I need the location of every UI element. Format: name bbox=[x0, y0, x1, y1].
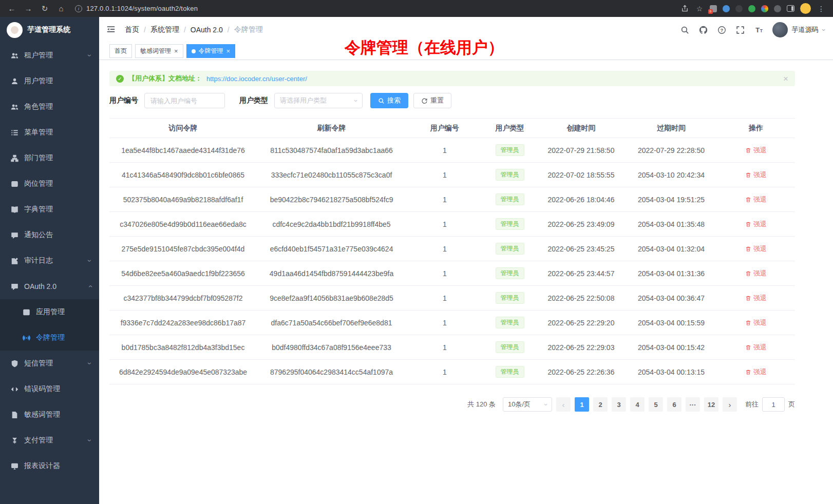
refresh-token-cell: be90422b8c7946218275a508bf524fc9 bbox=[257, 187, 406, 212]
fullscreen-icon[interactable] bbox=[735, 25, 745, 35]
reset-button[interactable]: 重置 bbox=[413, 93, 451, 108]
page-button-5[interactable]: 5 bbox=[649, 397, 663, 412]
column-header: 刷新令牌 bbox=[257, 119, 406, 138]
page-button-6[interactable]: 6 bbox=[667, 397, 681, 412]
expire-time-cell: 2054-03-10 20:42:34 bbox=[626, 163, 717, 187]
page-button-3[interactable]: 3 bbox=[612, 397, 626, 412]
user-id-cell: 1 bbox=[406, 237, 483, 261]
force-logout-button[interactable]: 强退 bbox=[745, 244, 767, 254]
user-id-cell: 1 bbox=[406, 261, 483, 286]
sidebar-item-notice[interactable]: 通知公告 bbox=[0, 222, 99, 248]
sidebar-item-dept[interactable]: 部门管理 bbox=[0, 145, 99, 171]
shield-icon bbox=[10, 359, 18, 367]
page-button-2[interactable]: 2 bbox=[593, 397, 608, 412]
sidebar-item-oauth2-app[interactable]: 应用管理 bbox=[0, 299, 99, 325]
access-token-cell: c342377bf8b344799dcbf7bf095287f2 bbox=[109, 286, 257, 311]
expire-time-cell: 2022-07-29 22:28:50 bbox=[626, 138, 717, 163]
page-button-4[interactable]: 4 bbox=[630, 397, 645, 412]
column-header: 访问令牌 bbox=[109, 119, 257, 138]
goto-page-input[interactable] bbox=[762, 397, 785, 412]
github-icon[interactable] bbox=[698, 25, 708, 35]
extension-icon-dark[interactable] bbox=[735, 5, 743, 12]
user-type-badge: 管理员 bbox=[496, 169, 524, 181]
breadcrumb-item[interactable]: OAuth 2.0 bbox=[191, 26, 223, 34]
search-icon[interactable] bbox=[680, 25, 690, 35]
sidebar-item-user[interactable]: 用户管理 bbox=[0, 68, 99, 94]
table-row: 502375b8040a469a9b82188afdf6af1fbe90422b… bbox=[109, 187, 795, 212]
close-icon[interactable]: × bbox=[783, 74, 788, 83]
sidebar-item-sensitive-word[interactable]: 敏感词管理 bbox=[0, 402, 99, 428]
help-icon[interactable]: ? bbox=[717, 25, 727, 35]
extension-icon-green[interactable] bbox=[748, 5, 755, 12]
force-logout-button[interactable]: 强退 bbox=[745, 318, 767, 327]
user-id-input[interactable] bbox=[144, 93, 225, 108]
breadcrumb-item[interactable]: 首页 bbox=[125, 25, 139, 34]
chevron-down-icon: › bbox=[87, 260, 94, 262]
prev-page-button[interactable]: ‹ bbox=[556, 397, 571, 412]
next-page-button[interactable]: › bbox=[723, 397, 737, 412]
url-text: 127.0.0.1:1024/system/oauth2/token bbox=[86, 5, 198, 12]
expire-time-cell: 2054-03-04 01:32:04 bbox=[626, 237, 717, 261]
info-icon[interactable]: i bbox=[75, 5, 82, 12]
doc-link[interactable]: https://doc.iocoder.cn/user-center/ bbox=[206, 75, 307, 83]
force-logout-button[interactable]: 强退 bbox=[745, 343, 767, 352]
profile-avatar[interactable] bbox=[800, 3, 811, 14]
sidebar-item-post[interactable]: 岗位管理 bbox=[0, 171, 99, 197]
back-icon[interactable]: ← bbox=[5, 2, 18, 15]
sidebar-item-dict[interactable]: 字典管理 bbox=[0, 197, 99, 222]
user-id-cell: 1 bbox=[406, 311, 483, 335]
force-logout-button[interactable]: 强退 bbox=[745, 269, 767, 278]
page-button-1[interactable]: 1 bbox=[575, 397, 589, 412]
reload-icon[interactable]: ↻ bbox=[38, 2, 51, 15]
sidebar-item-sms[interactable]: 短信管理› bbox=[0, 351, 99, 376]
tab-sensitive-word[interactable]: 敏感词管理× bbox=[135, 44, 183, 58]
sidebar-item-report[interactable]: 报表设计器 bbox=[0, 453, 99, 479]
column-header: 操作 bbox=[717, 119, 795, 138]
app-title: 芋道管理系统 bbox=[27, 25, 70, 34]
extension-icon-colorful[interactable] bbox=[761, 5, 768, 12]
browser-menu-icon[interactable]: ⋮ bbox=[817, 4, 826, 13]
sidebar-item-role[interactable]: 角色管理 bbox=[0, 94, 99, 120]
collapse-sidebar-icon[interactable] bbox=[106, 25, 117, 35]
user-type-select[interactable]: 请选择用户类型 › bbox=[274, 93, 363, 108]
force-logout-button[interactable]: 强退 bbox=[745, 170, 767, 180]
tab-home[interactable]: 首页 bbox=[109, 44, 132, 58]
tab-token[interactable]: 令牌管理× bbox=[186, 44, 236, 58]
forward-icon[interactable]: → bbox=[22, 2, 35, 15]
extension-icon-blue[interactable] bbox=[723, 5, 730, 12]
sidebar-item-oauth2[interactable]: OAuth 2.0› bbox=[0, 274, 99, 299]
extension-icon-gray[interactable] bbox=[774, 5, 781, 12]
force-logout-button[interactable]: 强退 bbox=[745, 294, 767, 303]
home-icon[interactable]: ⌂ bbox=[54, 2, 68, 15]
star-icon[interactable]: ☆ bbox=[695, 4, 704, 13]
expire-time-cell: 2054-03-04 00:15:42 bbox=[626, 335, 717, 360]
url-bar[interactable]: i 127.0.0.1:1024/system/oauth2/token bbox=[71, 5, 677, 12]
table-row: c347026e805e4d99b0d116eae66eda8ccdfc4ce9… bbox=[109, 212, 795, 237]
chevron-down-icon: › bbox=[87, 362, 94, 365]
create-time-cell: 2022-06-25 22:29:03 bbox=[537, 335, 626, 360]
breadcrumb-item[interactable]: 系统管理 bbox=[150, 25, 179, 34]
font-size-icon[interactable]: TT bbox=[754, 25, 764, 35]
expire-time-cell: 2054-03-04 00:13:15 bbox=[626, 360, 717, 384]
share-icon[interactable] bbox=[680, 4, 689, 13]
force-logout-button[interactable]: 强退 bbox=[745, 146, 767, 155]
success-icon: ✓ bbox=[116, 75, 124, 83]
force-logout-button[interactable]: 强退 bbox=[745, 195, 767, 204]
side-panel-icon[interactable] bbox=[787, 5, 794, 12]
sidebar-item-error-code[interactable]: 错误码管理 bbox=[0, 376, 99, 402]
force-logout-button[interactable]: 强退 bbox=[745, 367, 767, 377]
force-logout-button[interactable]: 强退 bbox=[745, 220, 767, 229]
extension-icon-badged[interactable]: 0 bbox=[710, 5, 717, 12]
sidebar-item-oauth2-token[interactable]: 令牌管理 bbox=[0, 325, 99, 351]
page-button-12[interactable]: 12 bbox=[704, 397, 718, 412]
close-icon[interactable]: × bbox=[174, 48, 178, 54]
page-size-select[interactable]: 10条/页 › bbox=[503, 397, 552, 412]
search-button[interactable]: 搜索 bbox=[370, 93, 408, 108]
sidebar-item-pay[interactable]: 支付管理› bbox=[0, 428, 99, 453]
page-ellipsis[interactable]: ··· bbox=[686, 397, 700, 412]
sidebar-item-menu[interactable]: 菜单管理 bbox=[0, 120, 99, 145]
close-icon[interactable]: × bbox=[226, 48, 231, 54]
sidebar-item-audit-log[interactable]: 审计日志› bbox=[0, 248, 99, 274]
user-menu[interactable]: 芋道源码 › bbox=[772, 22, 825, 37]
sidebar-item-tenant[interactable]: 租户管理› bbox=[0, 43, 99, 68]
